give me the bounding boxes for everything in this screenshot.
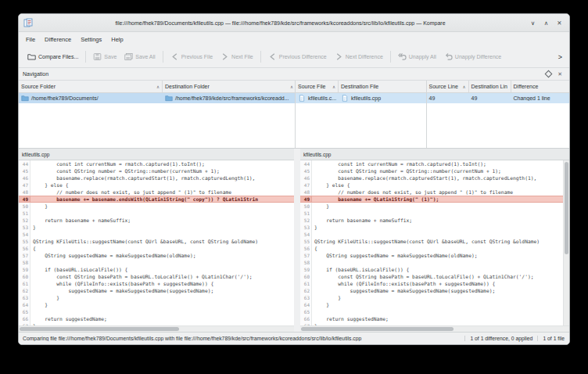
source-file-tab[interactable]: kfileutils.cpp (19, 149, 294, 160)
code-line-left-44: 44 const int currentNum = rmatch.capture… (19, 160, 294, 167)
column-header-destination-lin[interactable]: Destination Lin (469, 81, 511, 92)
menu-file[interactable]: File (21, 34, 40, 45)
destination-file-tab[interactable]: kfileutils.cpp (300, 149, 569, 160)
unapply-all-button: Unapply All (394, 50, 440, 63)
menu-difference[interactable]: Difference (40, 34, 76, 45)
line-number: 66 (300, 315, 312, 322)
menu-help[interactable]: Help (106, 34, 127, 45)
code-right: 44 const int currentNum = rmatch.capture… (300, 160, 563, 325)
save-icon (93, 52, 102, 61)
line-number: 44 (19, 160, 30, 167)
horizontal-scrollbar-left[interactable] (19, 325, 294, 332)
compare-files-label: Compare Files... (38, 54, 78, 59)
save-all-icon (124, 52, 133, 61)
code-line-left-58: 58 (19, 259, 294, 266)
code-line-right-49[interactable]: 49 basename += QLatin1String(" (1)"); (300, 196, 563, 203)
code-line-left-55: 55QString KFileUtils::suggestName(const … (19, 238, 294, 245)
column-header-difference[interactable]: Difference (511, 81, 569, 92)
save-all-label: Save All (135, 54, 155, 59)
column-header-destination-file[interactable]: Destination File (339, 81, 427, 92)
destination-code-view[interactable]: 44 const int currentNum = rmatch.capture… (300, 160, 569, 325)
code-line-left-59: 59 if (baseURL.isLocalFile()) { (19, 266, 294, 273)
status-differences: 1 of 1 difference, 0 applied (464, 336, 537, 341)
vertical-scrollbar[interactable] (563, 160, 569, 325)
line-number: 44 (300, 160, 312, 167)
diff-pane-right: kfileutils.cpp 44 const int currentNum =… (300, 149, 569, 332)
close-button[interactable]: ✕ (554, 20, 565, 27)
line-number: 50 (300, 203, 312, 210)
code-line-right-66: 66 return suggestedName; (300, 315, 563, 322)
toolbar-buttons: Compare Files...SaveSave AllPrevious Fil… (23, 50, 556, 63)
line-number: 65 (300, 308, 312, 315)
toolbar-separator (85, 51, 86, 63)
vscroll-thumb[interactable] (565, 162, 568, 254)
sort-indicator-icon: ∧ (463, 85, 466, 89)
nav-header-files: Source File∧Destination File (296, 81, 426, 93)
file-icon (341, 95, 349, 102)
status-files: 1 of 1 file (537, 336, 569, 341)
column-header-destination-folder[interactable]: Destination Folder∧ (163, 81, 296, 92)
code-line-left-57: 57 QString suggestedName = makeSuggested… (19, 252, 294, 259)
hscroll-thumb-left[interactable] (20, 327, 179, 331)
nav-row-folders[interactable]: /home/fhek789/Documents//home/fhek789/kd… (19, 93, 295, 103)
line-number: 51 (19, 210, 30, 217)
source-code-view[interactable]: 44 const int currentNum = rmatch.capture… (19, 160, 294, 325)
line-number: 53 (19, 224, 30, 231)
toolbar-overflow-button[interactable]: > (556, 53, 565, 61)
code-line-right-57: 57 QString suggestedName = makeSuggested… (300, 252, 563, 259)
dock-close-icon[interactable]: ✕ (558, 71, 562, 77)
hscroll-thumb-right[interactable] (301, 327, 454, 331)
code-line-right-48: 48 // number does not exist, so just app… (300, 189, 563, 196)
line-number: 46 (19, 174, 30, 182)
column-header-source-line[interactable]: Source Line∧ (427, 81, 469, 92)
column-header-source-file[interactable]: Source File∧ (296, 81, 339, 92)
code-line-left-53: 53} (19, 224, 294, 231)
menu-bar: FileDifferenceSettingsHelp (19, 32, 569, 46)
minimize-button[interactable]: ∨ (528, 20, 538, 27)
nav-panel-lines: Source Line∧Destination LinDifference494… (427, 81, 569, 148)
nav-row-files[interactable]: kfileutils.c...kfileutils.cpp (296, 93, 426, 103)
folder-open-icon (27, 52, 36, 61)
next-file-label: Next File (231, 54, 253, 59)
sort-indicator-icon: ∧ (290, 85, 293, 89)
nav-row-lines[interactable]: 4949Changed 1 line (427, 93, 569, 103)
line-number: 63 (300, 294, 312, 301)
save-label: Save (104, 54, 117, 59)
navigation-dock-header: Navigation ✕ (19, 68, 569, 81)
code-line-left-63: 63 } (19, 294, 294, 301)
line-number: 46 (300, 174, 312, 182)
code-line-left-65: 65 (19, 308, 294, 315)
nav-panel-folders: Source Folder∧Destination Folder∧/home/f… (19, 81, 296, 148)
line-number: 52 (300, 217, 312, 224)
next-difference-button: Next Difference (331, 50, 387, 63)
diff-pane-left: kfileutils.cpp 44 const int currentNum =… (19, 149, 294, 332)
folder-icon (165, 95, 173, 102)
save-button: Save (89, 50, 120, 63)
code-line-left-51: 51 (19, 210, 294, 217)
code-line-left-61: 61 while (QFileInfo::exists(basePath + s… (19, 280, 294, 287)
previous-difference-label: Previous Difference (279, 54, 327, 59)
code-line-right-64: 64 } (300, 301, 563, 308)
code-line-right-58: 58 (300, 259, 563, 266)
code-line-right-61: 61 while (QFileInfo::exists(basePath + s… (300, 280, 563, 287)
dock-float-icon[interactable] (545, 70, 553, 78)
code-line-right-44: 44 const int currentNum = rmatch.capture… (300, 160, 563, 167)
pane-splitter[interactable] (294, 149, 300, 332)
compare-files-button[interactable]: Compare Files... (23, 50, 82, 63)
menu-settings[interactable]: Settings (76, 34, 106, 45)
code-line-left-49[interactable]: 49 basename += basename.endsWith(QLatin1… (19, 196, 294, 203)
line-number: 47 (300, 182, 312, 189)
horizontal-scrollbar-right[interactable] (300, 325, 563, 332)
column-header-source-folder[interactable]: Source Folder∧ (19, 81, 163, 92)
code-line-left-50: 50 } (19, 203, 294, 210)
line-number: 45 (300, 167, 312, 174)
line-number: 54 (19, 231, 30, 238)
status-message: Comparing file file:///home/fhek789/Docu… (23, 336, 464, 341)
line-number: 57 (300, 252, 312, 259)
title-bar[interactable]: file:///home/fhek789/Documents/kfileutil… (19, 14, 569, 32)
maximize-button[interactable]: ∧ (541, 20, 551, 27)
arrow-left-icon (170, 52, 179, 61)
line-number: 49 (19, 196, 30, 202)
line-number: 57 (19, 252, 30, 259)
line-number: 50 (19, 203, 30, 210)
